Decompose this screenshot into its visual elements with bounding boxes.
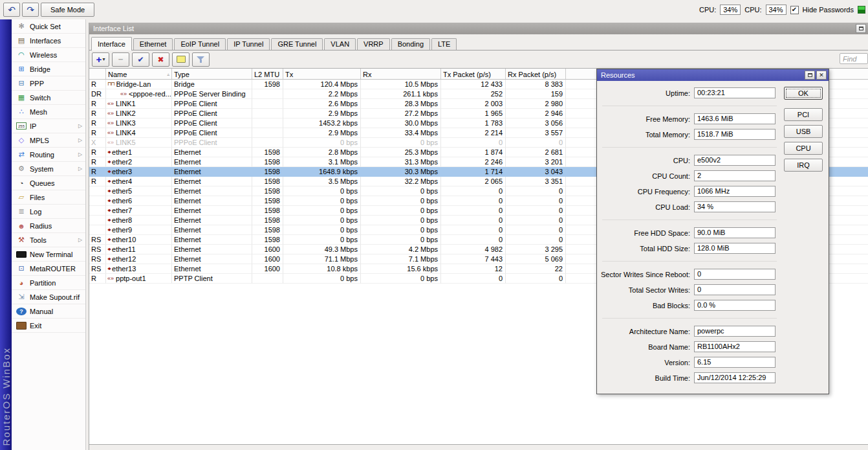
free-hdd-space-field[interactable]: 90.0 MiB [694, 227, 776, 238]
sidebar-item-queues[interactable]: ◔Queues [12, 176, 85, 190]
tab-lte[interactable]: LTE [431, 38, 457, 50]
total-hdd-size-field[interactable]: 128.0 MiB [694, 243, 776, 254]
top-toolbar: ↶ ↷ Safe Mode CPU: 34% CPU: 34% ✔ Hide P… [0, 0, 868, 19]
column-header-name[interactable]: Name▵ [106, 69, 172, 79]
hide-passwords-checkbox[interactable]: ✔ [790, 6, 799, 14]
flag-cell [89, 196, 106, 206]
column-header-tx[interactable]: Tx [283, 69, 361, 79]
sidebar-item-interfaces[interactable]: ▤Interfaces [12, 34, 85, 48]
sidebar-item-mpls[interactable]: ◇MPLS▷ [12, 133, 85, 148]
sidebar-item-new-terminal[interactable]: New Terminal [12, 247, 85, 262]
sidebar-item-tools[interactable]: ⚒Tools▷ [12, 233, 85, 247]
rxp-cell: 0 [506, 186, 566, 196]
architecture-name-field[interactable]: powerpc [694, 326, 776, 337]
field-row: Free HDD Space:90.0 MiB [602, 227, 829, 242]
bad-blocks-field[interactable]: 0.0 % [694, 300, 776, 311]
enable-button[interactable]: ✔ [132, 52, 149, 67]
redo-button[interactable]: ↷ [22, 3, 39, 17]
sidebar-item-make-supout-rif[interactable]: ⇲Make Supout.rif [12, 290, 85, 304]
sidebar-item-partition[interactable]: ◕Partition [12, 276, 85, 290]
sidebar-item-log[interactable]: ≣Log [12, 205, 85, 219]
rx-cell: 0 bps [361, 216, 441, 225]
rxp-cell: 0 [506, 206, 566, 216]
disable-button[interactable]: ✖ [152, 52, 169, 67]
sidebar-item-switch[interactable]: ▦Switch [12, 91, 85, 105]
txp-cell: 0 [441, 235, 506, 245]
sidebar-item-label: PPP [30, 80, 44, 87]
sidebar-item-ip[interactable]: IP▷ [12, 119, 85, 133]
version-field[interactable]: 6.15 [694, 357, 776, 368]
add-button[interactable]: +▾ [92, 52, 109, 67]
tab-vrrp[interactable]: VRRP [357, 38, 390, 50]
sidebar-item-mesh[interactable]: ∴Mesh [12, 105, 85, 119]
interface-name-cell: ◂▸ether7 [106, 206, 172, 216]
interface-name: pptp-out1 [116, 275, 146, 282]
resources-dialog: Resources ✕ Uptime:00:23:21Free Memory:1… [596, 69, 829, 394]
dialog-title: Resources [601, 71, 803, 79]
tab-gre-tunnel[interactable]: GRE Tunnel [271, 38, 323, 50]
sidebar-item-label: Log [30, 208, 41, 216]
filter-button[interactable] [192, 52, 210, 67]
safe-mode-button[interactable]: Safe Mode [41, 3, 94, 17]
restore-window-icon[interactable] [856, 24, 866, 33]
maximize-icon[interactable] [805, 71, 815, 80]
flag-cell [89, 225, 106, 235]
find-input[interactable] [840, 53, 868, 64]
cpu-load-field[interactable]: 34 % [694, 201, 776, 212]
sidebar-item-bridge[interactable]: ⊞Bridge [12, 62, 85, 76]
check-icon: ✔ [792, 6, 797, 13]
column-header-l2-mtu[interactable]: L2 MTU [252, 69, 283, 79]
tab-eoip-tunnel[interactable]: EoIP Tunnel [174, 38, 226, 50]
sidebar-item-ppp[interactable]: ⊟PPP [12, 76, 85, 91]
total-memory-field[interactable]: 1518.7 MiB [694, 129, 776, 140]
build-time-field[interactable]: Jun/12/2014 12:25:29 [694, 372, 776, 383]
sidebar-item-exit[interactable]: Exit [12, 319, 85, 333]
sidebar-item-files[interactable]: ▱Files [12, 190, 85, 205]
type-cell: Ethernet [172, 225, 252, 235]
pci-button[interactable]: PCI [784, 108, 823, 121]
tab-vlan[interactable]: VLAN [324, 38, 356, 50]
cpu-field[interactable]: e500v2 [694, 155, 776, 166]
flag-cell: R [89, 157, 106, 167]
tx-cell: 1648.9 kbps [283, 167, 361, 177]
column-header-rx-packet-p-s[interactable]: Rx Packet (p/s) [506, 69, 566, 79]
board-name-field[interactable]: RB1100AHx2 [694, 341, 776, 352]
tab-interface[interactable]: Interface [91, 37, 132, 51]
sidebar-item-routing[interactable]: ⇄Routing▷ [12, 148, 85, 162]
cpu-count-field[interactable]: 2 [694, 170, 776, 181]
tab-bonding[interactable]: Bonding [391, 38, 430, 50]
remove-button[interactable]: − [112, 52, 129, 67]
interface-name-cell: «»LINK4 [106, 128, 172, 138]
uptime-field[interactable]: 00:23:21 [694, 87, 776, 98]
close-icon[interactable]: ✕ [816, 71, 827, 80]
ok-button[interactable]: OK [784, 87, 823, 100]
cpu-frequency-field[interactable]: 1066 MHz [694, 186, 776, 197]
sidebar-item-radius[interactable]: ☻Radius [12, 219, 85, 233]
flag-cell: R [89, 109, 106, 118]
free-memory-field[interactable]: 1463.6 MiB [694, 113, 776, 124]
sidebar-item-wireless[interactable]: ◠Wireless [12, 48, 85, 62]
undo-button[interactable]: ↶ [3, 3, 20, 17]
sidebar-item-metarouter[interactable]: ⊡MetaROUTER [12, 262, 85, 276]
sidebar-item-manual[interactable]: Manual [12, 304, 85, 319]
tab-ethernet[interactable]: Ethernet [133, 38, 173, 50]
column-header-flags[interactable] [89, 69, 106, 79]
interface-name: LINK3 [116, 119, 136, 127]
sector-writes-since-reboot-field[interactable]: 0 [694, 269, 776, 280]
submenu-arrow-icon: ▷ [77, 123, 83, 129]
column-header-tx-packet-p-s[interactable]: Tx Packet (p/s) [441, 69, 506, 79]
interface-name: ether13 [112, 265, 136, 273]
cpu-button[interactable]: CPU [784, 142, 823, 155]
comment-button[interactable] [172, 52, 190, 67]
hide-passwords-label[interactable]: Hide Passwords [803, 6, 854, 14]
column-header-rx[interactable]: Rx [361, 69, 441, 79]
tx-cell: 0 bps [283, 206, 361, 216]
total-sector-writes-field[interactable]: 0 [694, 284, 776, 295]
irq-button[interactable]: IRQ [784, 159, 823, 172]
column-header-type[interactable]: Type [172, 69, 252, 79]
field-row: CPU Frequency:1066 MHz [602, 185, 829, 201]
sidebar-item-system[interactable]: ⚙System▷ [12, 162, 85, 176]
usb-button[interactable]: USB [784, 125, 823, 138]
sidebar-item-quick-set[interactable]: ✻Quick Set [12, 19, 85, 34]
tab-ip-tunnel[interactable]: IP Tunnel [227, 38, 270, 50]
